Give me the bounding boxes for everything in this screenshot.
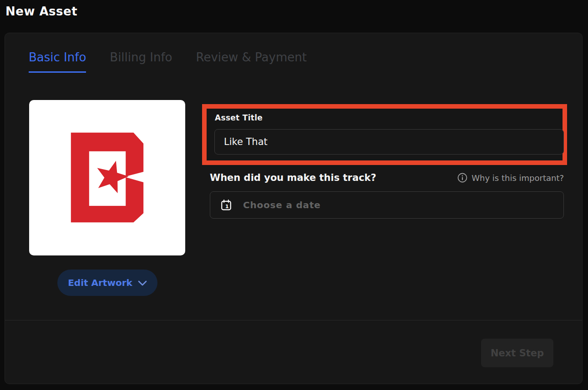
page-title: New Asset [5, 5, 77, 18]
calendar-icon: 1 [220, 199, 232, 211]
next-step-button[interactable]: Next Step [481, 339, 553, 367]
footer-divider [5, 320, 582, 320]
edit-artwork-label: Edit Artwork [68, 277, 132, 288]
asset-title-annotation-highlight: Asset Title [202, 104, 567, 165]
new-asset-card: Basic Info Billing Info Review & Payment… [5, 33, 583, 384]
track-date-row: When did you make this track? Why is thi… [210, 172, 564, 183]
artwork-preview [29, 100, 185, 255]
why-important-link[interactable]: Why is this important? [457, 173, 564, 183]
edit-artwork-button[interactable]: Edit Artwork [57, 270, 157, 296]
asset-title-input[interactable] [214, 129, 564, 155]
track-date-question: When did you make this track? [210, 172, 376, 183]
tab-billing-info[interactable]: Billing Info [110, 50, 172, 73]
tab-basic-info[interactable]: Basic Info [29, 50, 86, 73]
red-d-star-logo-icon [29, 100, 185, 255]
info-icon [457, 173, 467, 183]
tab-review-payment[interactable]: Review & Payment [196, 50, 307, 73]
date-input[interactable]: 1 Choose a date [210, 191, 564, 219]
svg-text:1: 1 [225, 204, 229, 210]
step-tabs: Basic Info Billing Info Review & Payment [29, 50, 307, 73]
why-important-label: Why is this important? [471, 173, 564, 183]
chevron-down-icon [138, 280, 147, 286]
asset-title-label: Asset Title [215, 113, 263, 122]
date-placeholder: Choose a date [243, 200, 321, 210]
